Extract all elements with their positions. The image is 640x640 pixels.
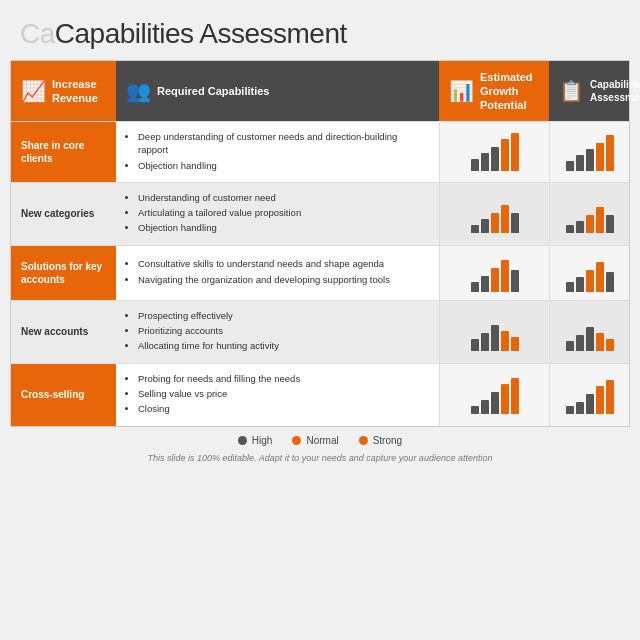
slide: CaCapabilities Assessment 📈 Increase Rev… (0, 0, 640, 640)
title-area: CaCapabilities Assessment (0, 0, 640, 60)
bar (491, 213, 499, 233)
row5-cap3: Closing (138, 402, 300, 415)
row5-bar-chart2 (566, 376, 614, 414)
bar (586, 394, 594, 414)
bar (481, 276, 489, 292)
row1-cap2: Objection handling (138, 159, 429, 172)
main-table: 📈 Increase Revenue 👥 Required Capabiliti… (10, 60, 630, 427)
row1-bar-chart2 (566, 133, 614, 171)
row4-cap2: Prioritizing accounts (138, 324, 279, 337)
row4-chart1 (439, 300, 549, 363)
row5-chart1 (439, 363, 549, 426)
footnote-text: This slide is 100% editable. Adapt it to… (148, 453, 493, 463)
row3-capabilities: Consultative skills to understand needs … (116, 245, 439, 300)
header-col1: 📈 Increase Revenue (11, 61, 116, 121)
bar (491, 392, 499, 414)
bar (566, 161, 574, 171)
bar (596, 333, 604, 351)
row2-chart2 (549, 182, 629, 245)
header-col4: 📋 Capabilities Assessment (549, 61, 629, 121)
bar (606, 380, 614, 414)
row5-cap2: Selling value vs price (138, 387, 300, 400)
bar (501, 331, 509, 351)
increase-revenue-icon: 📈 (21, 78, 46, 104)
bar (596, 143, 604, 171)
bar (511, 337, 519, 351)
bar (606, 135, 614, 171)
row2-label: New categories (11, 182, 116, 245)
bar (471, 339, 479, 351)
row1-bar-chart1 (471, 133, 519, 171)
bar (471, 159, 479, 171)
bar (481, 153, 489, 171)
required-capabilities-icon: 👥 (126, 78, 151, 104)
table-grid: 📈 Increase Revenue 👥 Required Capabiliti… (11, 61, 629, 426)
row2-bar-chart1 (471, 195, 519, 233)
bar (511, 133, 519, 171)
bar (596, 386, 604, 414)
legend-high-label: High (252, 435, 273, 446)
header-col4-label: Capabilities Assessment (590, 78, 640, 104)
row4-cap1: Prospecting effectively (138, 309, 279, 322)
bar (586, 327, 594, 351)
row3-label-text: Solutions for key accounts (21, 260, 106, 286)
bar (501, 205, 509, 233)
row3-label: Solutions for key accounts (11, 245, 116, 300)
row2-chart1 (439, 182, 549, 245)
bar (576, 335, 584, 351)
bar (586, 149, 594, 171)
bar (481, 400, 489, 414)
bar (511, 378, 519, 414)
capabilities-assessment-icon: 📋 (559, 78, 584, 104)
row5-bar-chart1 (471, 376, 519, 414)
row1-chart2 (549, 121, 629, 182)
header-col2-label: Required Capabilities (157, 84, 269, 98)
row2-cap2: Articulating a tailored value propositio… (138, 206, 301, 219)
bar (491, 147, 499, 171)
bar (471, 282, 479, 292)
slide-title: CaCapabilities Assessment (20, 18, 620, 50)
bar (596, 207, 604, 233)
bar (566, 341, 574, 351)
row4-label-text: New accounts (21, 325, 88, 338)
bar (511, 270, 519, 292)
bar (606, 272, 614, 292)
header-col3: 📊 Estimated Growth Potential (439, 61, 549, 121)
bar (606, 339, 614, 351)
bar (501, 139, 509, 171)
legend-high: High (238, 435, 273, 446)
legend-strong-label: Strong (373, 435, 402, 446)
bar (501, 260, 509, 292)
legend-strong: Strong (359, 435, 402, 446)
row5-cap1: Probing for needs and filling the needs (138, 372, 300, 385)
estimated-growth-icon: 📊 (449, 78, 474, 104)
row4-bar-chart2 (566, 313, 614, 351)
row3-cap1: Consultative skills to understand needs … (138, 257, 390, 270)
row3-chart1 (439, 245, 549, 300)
bar (596, 262, 604, 292)
row1-label: Share in core clients (11, 121, 116, 182)
row4-cap3: Allocating time for hunting activity (138, 339, 279, 352)
legend-high-dot (238, 436, 247, 445)
row2-cap1: Understanding of customer need (138, 191, 301, 204)
footnote: This slide is 100% editable. Adapt it to… (0, 450, 640, 466)
legend-strong-dot (359, 436, 368, 445)
bar (481, 333, 489, 351)
row2-cap3: Objection handling (138, 221, 301, 234)
bar (576, 402, 584, 414)
row3-cap2: Navigating the organization and developi… (138, 273, 390, 286)
row3-chart2 (549, 245, 629, 300)
header-col1-label: Increase Revenue (52, 77, 106, 106)
row5-chart2 (549, 363, 629, 426)
header-col3-label: Estimated Growth Potential (480, 70, 539, 113)
bar (586, 215, 594, 233)
bar (511, 213, 519, 233)
row2-bar-chart2 (566, 195, 614, 233)
row4-bar-chart1 (471, 313, 519, 351)
row3-bar-chart1 (471, 254, 519, 292)
bar (501, 384, 509, 414)
bar (491, 268, 499, 292)
row1-chart1 (439, 121, 549, 182)
bar (491, 325, 499, 351)
bar (471, 225, 479, 233)
